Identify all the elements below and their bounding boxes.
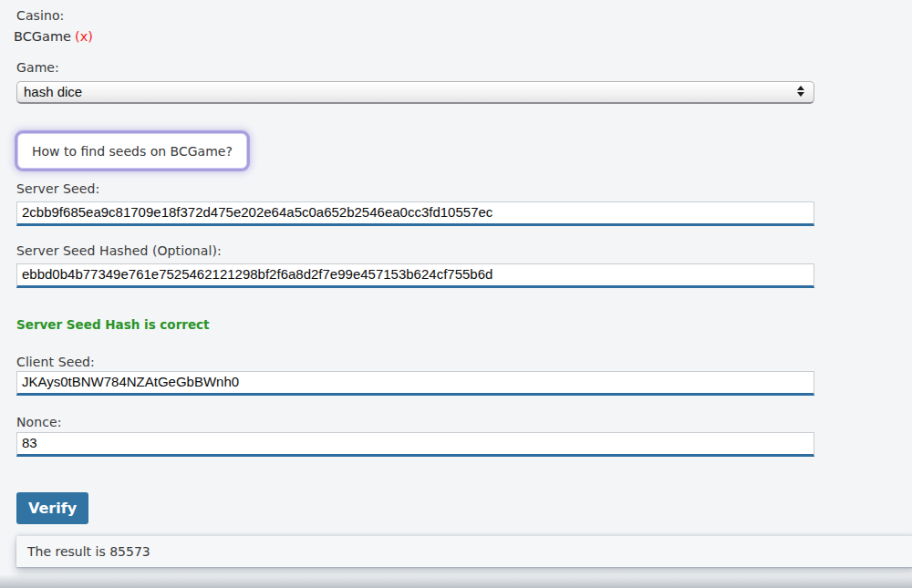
- nonce-label: Nonce:: [16, 415, 62, 429]
- nonce-input[interactable]: [16, 432, 814, 457]
- remove-casino-button[interactable]: (x): [75, 29, 93, 44]
- result-text: The result is 85573: [27, 544, 150, 559]
- casino-value: BCGame(x): [14, 29, 93, 44]
- casino-label: Casino:: [16, 8, 64, 23]
- client-seed-label: Client Seed:: [16, 355, 95, 369]
- how-to-find-seeds-button[interactable]: How to find seeds on BCGame?: [17, 133, 247, 169]
- result-box: The result is 85573: [16, 536, 912, 567]
- server-seed-hashed-label: Server Seed Hashed (Optional):: [16, 243, 222, 258]
- hash-correct-status: Server Seed Hash is correct: [16, 317, 210, 332]
- game-select[interactable]: hash dice: [16, 81, 814, 104]
- verify-button[interactable]: Verify: [16, 492, 88, 524]
- client-seed-input[interactable]: [16, 371, 814, 396]
- server-seed-hashed-input[interactable]: [16, 263, 814, 288]
- bottom-shadow-divider: [0, 574, 912, 588]
- server-seed-input[interactable]: [16, 201, 814, 226]
- game-select-wrap: hash dice: [16, 81, 814, 104]
- server-seed-label: Server Seed:: [16, 181, 99, 196]
- casino-name: BCGame: [14, 29, 71, 44]
- game-label: Game:: [16, 60, 59, 75]
